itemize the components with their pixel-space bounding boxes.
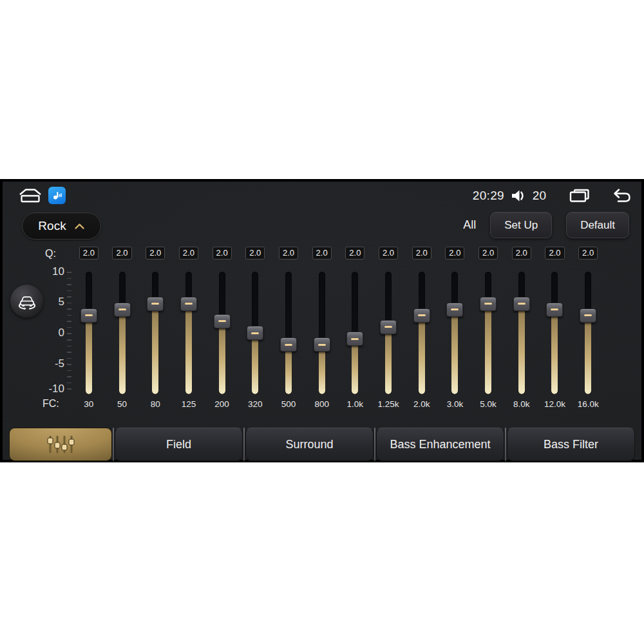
recents-icon[interactable]: [568, 188, 591, 204]
frequency-labels-row: 3050801252003205008001.0k1.25k2.0k3.0k5.…: [72, 398, 605, 410]
eq-slider-handle-800[interactable]: [314, 337, 330, 352]
q-value-30[interactable]: 2.0: [79, 247, 99, 260]
eq-slider-handle-500[interactable]: [280, 337, 297, 352]
eq-slider-handle-1.25k[interactable]: [380, 320, 397, 334]
eq-band-125: [172, 272, 205, 394]
eq-slider-handle-125[interactable]: [180, 297, 197, 311]
q-value-200[interactable]: 2.0: [213, 247, 232, 260]
eq-slider-fill: [86, 316, 92, 394]
frequency-label-2.0k: 2.0k: [413, 399, 430, 409]
eq-slider-fill: [185, 304, 192, 395]
all-label[interactable]: All: [463, 218, 476, 232]
eq-slider-fill: [219, 321, 225, 394]
q-value-3.0k[interactable]: 2.0: [445, 247, 464, 260]
eq-slider-fill: [485, 304, 491, 395]
car-icon: [15, 291, 39, 312]
eq-slider-track-16.0k[interactable]: [585, 272, 591, 394]
q-value-320[interactable]: 2.0: [245, 247, 265, 260]
q-value-5.0k[interactable]: 2.0: [478, 247, 498, 260]
volume-icon[interactable]: [511, 189, 526, 203]
eq-slider-handle-2.0k[interactable]: [413, 308, 430, 323]
eq-slider-track-200[interactable]: [219, 272, 225, 394]
gain-axis-label: 0: [39, 327, 64, 339]
eq-slider-handle-30[interactable]: [80, 308, 97, 323]
eq-slider-track-5.0k[interactable]: [485, 272, 491, 394]
q-value-16.0k[interactable]: 2.0: [578, 247, 598, 260]
frequency-label-30: 30: [84, 399, 93, 409]
tab-divider: [113, 428, 114, 461]
eq-slider-handle-50[interactable]: [114, 303, 131, 317]
eq-slider-track-50[interactable]: [119, 272, 126, 394]
q-value-80[interactable]: 2.0: [146, 247, 165, 260]
bottom-tab-bar: FieldSurroundBass EnhancementBass Filter: [9, 428, 635, 461]
eq-slider-handle-12.0k[interactable]: [546, 303, 563, 317]
eq-slider-handle-320[interactable]: [247, 326, 263, 340]
q-value-8.0k[interactable]: 2.0: [512, 247, 531, 260]
tab-bass-filter[interactable]: Bass Filter: [507, 428, 635, 461]
eq-slider-handle-8.0k[interactable]: [513, 297, 530, 311]
eq-slider-fill: [551, 310, 558, 394]
eq-slider-track-80[interactable]: [152, 272, 158, 394]
set-up-button[interactable]: Set Up: [490, 212, 552, 238]
eq-slider-track-125[interactable]: [185, 272, 192, 394]
eq-slider-track-12.0k[interactable]: [551, 272, 558, 394]
eq-band-800: [305, 272, 339, 394]
eq-band-5.0k: [471, 272, 505, 394]
eq-slider-track-30[interactable]: [86, 272, 92, 394]
q-value-50[interactable]: 2.0: [112, 247, 131, 260]
frequency-label-125: 125: [182, 399, 196, 409]
q-value-1.0k[interactable]: 2.0: [345, 247, 365, 260]
status-bar: 20:29 20: [3, 184, 641, 207]
tab-divider: [374, 428, 375, 461]
eq-slider-fill: [585, 316, 591, 394]
q-values-row: 2.02.02.02.02.02.02.02.02.02.02.02.02.02…: [72, 246, 605, 260]
eq-slider-handle-3.0k[interactable]: [446, 303, 463, 317]
tab-surround[interactable]: Surround: [245, 428, 374, 461]
frequency-label-5.0k: 5.0k: [480, 399, 497, 409]
frequency-label-3.0k: 3.0k: [447, 399, 464, 409]
frequency-label-500: 500: [281, 399, 296, 409]
back-icon[interactable]: [609, 188, 632, 204]
volume-level: 20: [533, 189, 546, 203]
q-value-125[interactable]: 2.0: [179, 247, 198, 260]
eq-slider-fill: [352, 339, 358, 394]
tab-label: Bass Enhancement: [390, 438, 490, 451]
frequency-label-8.0k: 8.0k: [513, 399, 530, 409]
gain-axis-ticks: [67, 272, 71, 395]
gain-axis: 1050-5-10: [39, 182, 64, 460]
q-value-1.25k[interactable]: 2.0: [379, 247, 398, 260]
frequency-label-320: 320: [248, 399, 263, 409]
eq-slider-track-8.0k[interactable]: [518, 272, 525, 394]
eq-slider-fill: [119, 310, 126, 394]
eq-slider-fill: [319, 345, 325, 394]
frequency-label-1.25k: 1.25k: [378, 399, 399, 409]
eq-band-320: [238, 272, 272, 394]
q-value-800[interactable]: 2.0: [312, 247, 332, 260]
frequency-label-50: 50: [117, 399, 127, 409]
default-button[interactable]: Default: [566, 212, 629, 238]
eq-slider-track-3.0k[interactable]: [451, 272, 458, 394]
q-value-2.0k[interactable]: 2.0: [412, 247, 431, 260]
eq-slider-track-2.0k[interactable]: [419, 272, 425, 394]
eq-band-12.0k: [538, 272, 572, 394]
eq-slider-handle-80[interactable]: [147, 297, 164, 311]
eq-slider-handle-5.0k[interactable]: [480, 297, 497, 311]
q-value-12.0k[interactable]: 2.0: [545, 247, 564, 260]
tab-field[interactable]: Field: [115, 428, 243, 461]
tab-label: Surround: [285, 438, 333, 451]
eq-slider-fill: [451, 310, 458, 394]
frequency-label-1.0k: 1.0k: [347, 399, 364, 409]
q-value-500[interactable]: 2.0: [279, 247, 298, 260]
eq-slider-handle-200[interactable]: [214, 314, 231, 328]
eq-slider-track-500[interactable]: [285, 272, 292, 394]
tab-equalizer[interactable]: [9, 428, 112, 461]
car-sound-position-button[interactable]: [10, 285, 43, 317]
eq-band-200: [205, 272, 239, 394]
tab-bass-enhancement[interactable]: Bass Enhancement: [376, 428, 504, 461]
eq-slider-handle-1.0k[interactable]: [346, 332, 363, 346]
eq-slider-handle-16.0k[interactable]: [580, 308, 596, 323]
eq-slider-fill: [385, 327, 392, 394]
eq-slider-track-800[interactable]: [319, 272, 325, 394]
eq-sliders-row: [72, 272, 605, 394]
tab-label: Bass Filter: [544, 438, 598, 451]
